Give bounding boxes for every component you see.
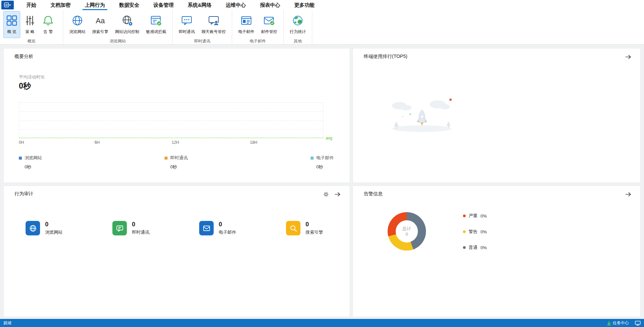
legend-label: 即时通讯 xyxy=(170,155,188,161)
search-stat-icon xyxy=(286,221,300,235)
alarm-bell-icon xyxy=(42,13,54,28)
legend-label: 警告 xyxy=(469,229,477,235)
menu-item-ops-center[interactable]: 运维中心 xyxy=(219,0,253,10)
alarm-more-button[interactable] xyxy=(625,191,632,198)
policy-sliders-icon xyxy=(24,13,36,28)
menu-item-more-features[interactable]: 更多功能 xyxy=(287,0,322,10)
menu-item-doc-encrypt[interactable]: 文档加密 xyxy=(43,0,78,10)
menu-item-data-security[interactable]: 数据安全 xyxy=(112,0,146,10)
activity-line-chart: avg xyxy=(19,102,323,138)
ribbon-item-website-access-control[interactable]: 网站访问控制 xyxy=(112,11,142,38)
empty-state-illustration xyxy=(387,96,457,136)
ribbon-item-browse-website[interactable]: 浏览网站 xyxy=(67,11,88,38)
x-tick: 12H xyxy=(172,140,179,145)
status-ready-text: 就绪 xyxy=(3,320,11,326)
stat-search-engine[interactable]: 0 搜索引擎 xyxy=(286,221,323,235)
task-center-button[interactable]: 任务中心 xyxy=(607,320,629,326)
legend-value: 0秒 xyxy=(170,164,188,170)
legend-label: 普通 xyxy=(469,244,477,251)
alarm-donut-center: 总计 0 xyxy=(396,220,418,242)
stat-label: 即时通讯 xyxy=(132,229,149,235)
behavior-stats-icon xyxy=(292,13,303,28)
ranking-more-button[interactable] xyxy=(625,54,632,60)
ribbon-item-instant-message[interactable]: 即时通讯 xyxy=(176,11,198,38)
app-menu-button[interactable] xyxy=(1,1,14,9)
ribbon: 概 览 策 略 告 警 xyxy=(0,10,644,45)
chart-gridline xyxy=(19,111,323,112)
dashboard-content: 概要分析 平均活动时长 0秒 avg 0H 6H 12H 18H 浏览网站 0秒 xyxy=(0,45,644,319)
audit-settings-button[interactable] xyxy=(323,191,329,198)
email-control-icon xyxy=(263,13,275,28)
legend-item-email[interactable]: 电子邮件 0秒 xyxy=(311,155,334,170)
legend-label: 电子邮件 xyxy=(316,155,334,161)
ribbon-item-alarm[interactable]: 告 警 xyxy=(40,11,57,38)
gear-icon xyxy=(323,192,329,197)
ribbon-item-search-engine[interactable]: Aa 搜索引擎 xyxy=(90,11,111,38)
ribbon-item-label: 网站访问控制 xyxy=(115,29,139,35)
ribbon-item-sensitive-word-block[interactable]: 敏感词拦截 xyxy=(143,11,169,38)
avg-line-label: avg xyxy=(326,136,332,140)
ribbon-item-chat-account-control[interactable]: 聊天账号管控 xyxy=(199,11,228,38)
menubar: 开始 文档加密 上网行为 数据安全 设备管理 系统&网络 运维中心 报表中心 更… xyxy=(0,0,644,10)
legend-value: 0秒 xyxy=(316,164,334,170)
alarm-info-card: 告警信息 总计 0 严重 0% 警告 0% xyxy=(353,186,641,317)
stat-browse-website[interactable]: 0 浏览网站 xyxy=(26,221,63,235)
overview-grid-icon xyxy=(6,13,17,28)
download-arrow-icon xyxy=(607,321,611,325)
legend-swatch xyxy=(165,157,168,160)
email-icon xyxy=(241,13,252,28)
legend-value: 0秒 xyxy=(25,164,42,170)
chart-gridline xyxy=(19,121,323,121)
menu-item-device-mgmt[interactable]: 设备管理 xyxy=(146,0,181,10)
behavior-audit-card: 行为审计 0 浏览网站 xyxy=(3,186,350,317)
stat-label: 搜索引擎 xyxy=(306,229,323,235)
browse-website-icon xyxy=(72,13,83,28)
ribbon-item-policy[interactable]: 策 略 xyxy=(22,11,38,38)
menu-item-system-network[interactable]: 系统&网络 xyxy=(181,0,219,10)
card-title: 行为审计 xyxy=(14,191,33,197)
menu-item-report-center[interactable]: 报表中心 xyxy=(253,0,287,10)
stat-email[interactable]: 0 电子邮件 xyxy=(199,221,236,235)
monitor-icon[interactable] xyxy=(635,321,641,326)
legend-label: 严重 xyxy=(469,213,477,219)
legend-dot xyxy=(463,215,466,217)
legend-item-instant-message[interactable]: 即时通讯 0秒 xyxy=(165,155,188,170)
legend-item-browse-website[interactable]: 浏览网站 0秒 xyxy=(19,155,42,170)
task-center-label: 任务中心 xyxy=(613,320,629,326)
menu-item-start[interactable]: 开始 xyxy=(19,0,43,10)
app-menu-icon xyxy=(4,2,11,8)
alarm-legend: 严重 0% 警告 0% 普通 0% xyxy=(463,213,487,251)
stat-instant-message[interactable]: 0 即时通讯 xyxy=(112,221,149,235)
donut-center-label: 总计 xyxy=(402,226,411,231)
stat-value: 0 xyxy=(219,221,236,228)
x-tick: 18H xyxy=(250,140,257,145)
legend-dot xyxy=(463,246,466,249)
ribbon-group-browse-website: 浏览网站 Aa 搜索引擎 网站访问控制 xyxy=(63,10,173,44)
donut-center-value: 0 xyxy=(405,231,408,237)
ribbon-group-other: 行为统计 其他 xyxy=(284,10,312,44)
ribbon-group-label: 电子邮件 xyxy=(236,38,280,44)
x-tick: 0H xyxy=(19,140,24,145)
statusbar: 就绪 任务中心 xyxy=(0,319,644,327)
menu-item-net-behavior[interactable]: 上网行为 xyxy=(78,0,112,10)
stat-value: 0 xyxy=(45,221,63,228)
avg-dashed-line xyxy=(19,138,323,138)
ribbon-item-behavior-stats[interactable]: 行为统计 xyxy=(287,11,309,38)
alarm-legend-critical: 严重 0% xyxy=(463,213,487,219)
legend-percent: 0% xyxy=(480,214,487,219)
ribbon-item-email[interactable]: 电子邮件 xyxy=(236,11,257,38)
ribbon-group-label: 浏览网站 xyxy=(67,38,169,44)
ribbon-item-overview[interactable]: 概 览 xyxy=(3,11,20,38)
ribbon-group-overview: 概 览 策 略 告 警 xyxy=(0,10,63,44)
mail-stat-icon xyxy=(199,221,214,235)
audit-more-button[interactable] xyxy=(334,191,341,198)
arrow-right-icon xyxy=(625,192,631,197)
stat-value: 0 xyxy=(132,221,149,228)
globe-stat-icon xyxy=(26,221,40,235)
ribbon-item-email-control[interactable]: 邮件管控 xyxy=(258,11,280,38)
sensitive-word-block-icon xyxy=(150,13,162,28)
search-engine-icon: Aa xyxy=(95,13,106,28)
arrow-right-icon xyxy=(334,192,341,197)
legend-swatch xyxy=(311,157,314,160)
card-title: 告警信息 xyxy=(364,191,383,197)
